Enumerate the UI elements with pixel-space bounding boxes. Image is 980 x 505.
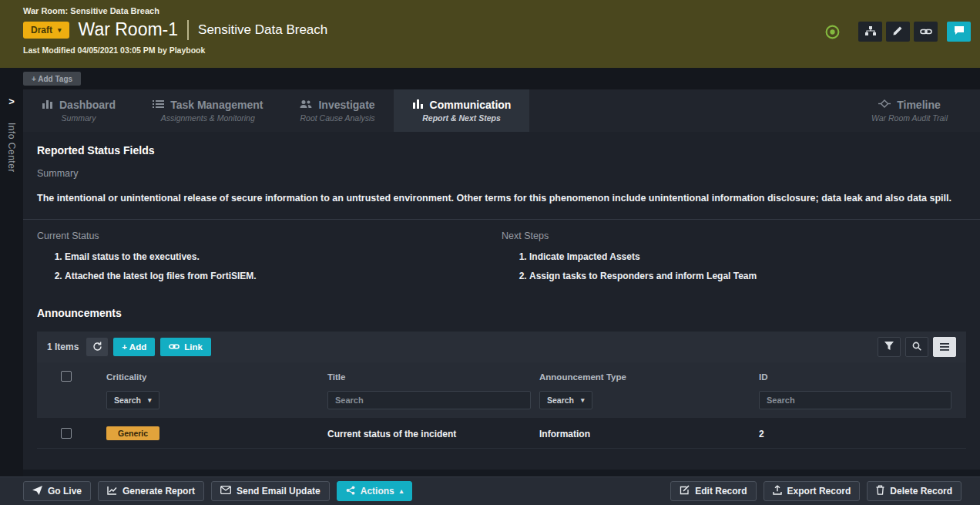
column-header-announcement-type[interactable]: Announcement Type [539, 372, 626, 382]
column-header-criticality[interactable]: Criticality [106, 372, 146, 382]
current-status-label: Current Status [37, 231, 502, 241]
link-icon [920, 26, 932, 38]
action-bar: Go Live Generate Report Send Email Updat… [0, 476, 980, 505]
link-announcement-button[interactable]: Link [160, 338, 211, 356]
table-row[interactable]: Generic Current status of the incident I… [37, 418, 966, 449]
summary-label: Summary [37, 168, 966, 179]
summary-text: The intentional or unintentional release… [37, 191, 966, 205]
status-dropdown-button[interactable]: Draft ▾ [23, 22, 69, 39]
war-room-tabs: Dashboard Summary Task Management Assign… [23, 89, 980, 132]
sync-status-icon [824, 24, 841, 40]
column-chart-icon [412, 99, 424, 111]
hamburger-icon [940, 342, 949, 353]
tab-communication[interactable]: Communication Report & Next Steps [394, 89, 530, 132]
info-center-rail: > Info Center [0, 89, 23, 476]
chevron-up-icon: ▴ [400, 487, 404, 495]
actions-dropdown-button[interactable]: Actions ▴ [337, 481, 413, 501]
info-center-label[interactable]: Info Center [6, 123, 17, 173]
delete-record-button[interactable]: Delete Record [867, 481, 962, 501]
trash-icon [876, 485, 884, 497]
current-status-item: Attached the latest log files from Forti… [65, 271, 502, 281]
reported-status-heading: Reported Status Fields [37, 144, 966, 157]
table-toolbar: 1 Items + Add Link [37, 332, 966, 362]
send-email-update-button[interactable]: Send Email Update [211, 481, 330, 501]
tags-row: + Add Tags [0, 68, 980, 89]
report-chart-icon [107, 486, 117, 497]
tabs-spacer [529, 89, 853, 132]
chevron-down-icon: ▾ [581, 396, 585, 404]
announcement-type-filter-dropdown[interactable]: Search ▾ [539, 391, 592, 409]
search-icon [912, 342, 921, 353]
tab-timeline[interactable]: Timeline War Room Audit Trail [853, 89, 980, 132]
next-steps-label: Next Steps [502, 231, 966, 241]
criticality-filter-dropdown[interactable]: Search ▾ [106, 391, 159, 409]
list-icon [153, 99, 164, 111]
next-steps-section: Next Steps Indicate Impacted Assets Assi… [502, 231, 966, 290]
next-steps-item: Assign tasks to Responders and inform Le… [529, 271, 966, 281]
table-menu-button[interactable] [933, 337, 956, 357]
paper-plane-icon [32, 486, 42, 497]
war-room-screen: War Room: Sensitive Data Breach Draft ▾ … [0, 0, 980, 505]
current-status-item: Email status to the executives. [65, 251, 502, 262]
page-subtitle: Sensitive Data Breach [198, 22, 327, 38]
export-record-button[interactable]: Export Record [764, 481, 861, 501]
war-room-header: War Room: Sensitive Data Breach Draft ▾ … [0, 0, 980, 68]
status-label: Draft [31, 25, 52, 35]
header-actions [824, 22, 971, 42]
column-header-id[interactable]: ID [759, 372, 768, 382]
announcements-table: 1 Items + Add Link [37, 332, 966, 449]
generate-report-button[interactable]: Generate Report [98, 481, 204, 501]
page-title: War Room-1 [79, 19, 179, 40]
export-icon [773, 485, 782, 497]
row-checkbox[interactable] [61, 428, 72, 439]
row-title: Current status of the incident [327, 429, 456, 439]
row-id: 2 [759, 429, 764, 439]
chat-icon [954, 25, 965, 38]
bar-chart-icon [42, 99, 53, 111]
breadcrumb: War Room: Sensitive Data Breach [23, 6, 969, 15]
refresh-button[interactable] [86, 338, 108, 356]
row-announcement-type: Information [539, 429, 590, 439]
refresh-icon [92, 342, 102, 353]
criticality-badge: Generic [106, 426, 159, 440]
timeline-icon [878, 99, 891, 111]
tab-dashboard[interactable]: Dashboard Summary [23, 89, 134, 132]
sitemap-icon [865, 26, 876, 38]
section-divider [23, 219, 980, 220]
title-divider [187, 20, 189, 40]
filter-icon [884, 342, 894, 353]
title-filter-input[interactable] [327, 391, 531, 409]
users-icon [300, 99, 312, 111]
chevron-down-icon: ▾ [58, 26, 62, 34]
tab-task-management[interactable]: Task Management Assignments & Monitoring [134, 89, 281, 132]
last-modified-text: Last Modified 04/05/2021 03:05 PM by Pla… [23, 45, 969, 55]
column-header-title[interactable]: Title [327, 372, 345, 382]
chevron-down-icon: ▾ [148, 396, 152, 404]
id-filter-input[interactable] [759, 391, 951, 409]
communication-tab-content: Reported Status Fields Summary The inten… [23, 132, 980, 476]
current-status-section: Current Status Email status to the execu… [37, 231, 502, 290]
edit-button[interactable] [886, 22, 910, 42]
go-live-button[interactable]: Go Live [23, 481, 91, 501]
tab-investigate[interactable]: Investigate Root Cause Analysis [281, 89, 393, 132]
team-sitemap-button[interactable] [858, 22, 882, 42]
pencil-icon [893, 25, 903, 38]
expand-rail-chevron-icon[interactable]: > [8, 96, 15, 107]
search-button[interactable] [905, 337, 928, 357]
edit-record-button[interactable]: Edit Record [670, 481, 756, 501]
add-announcement-button[interactable]: + Add [113, 338, 155, 356]
items-count: 1 Items [47, 342, 79, 352]
link-button[interactable] [914, 22, 938, 42]
add-tags-button[interactable]: + Add Tags [23, 72, 81, 86]
comments-button[interactable] [947, 22, 971, 42]
envelope-icon [220, 486, 231, 497]
share-icon [346, 486, 355, 497]
filter-button[interactable] [878, 337, 901, 357]
link-icon [169, 342, 180, 352]
table-header: Criticality Title Announcement Type ID S… [37, 362, 966, 418]
next-steps-item: Indicate Impacted Assets [529, 251, 966, 262]
select-all-checkbox[interactable] [61, 371, 72, 382]
edit-square-icon [680, 485, 690, 497]
announcements-heading: Announcements [37, 307, 966, 319]
